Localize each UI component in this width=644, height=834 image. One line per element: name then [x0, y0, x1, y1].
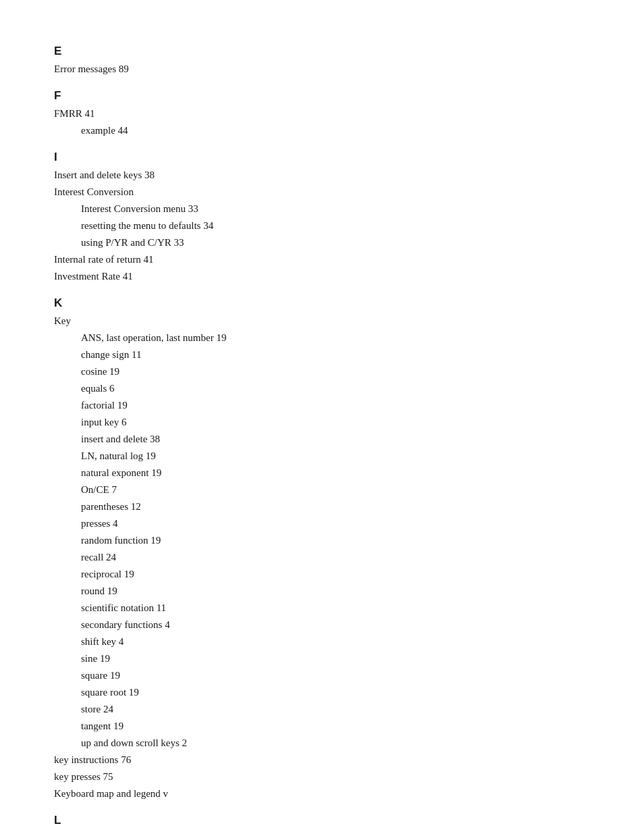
index-entry: up and down scroll keys 2	[54, 735, 473, 751]
index-entry: Key	[54, 313, 473, 329]
index-entry: resetting the menu to defaults 34	[54, 217, 473, 234]
section-letter-i: I	[54, 151, 473, 164]
section-letter-k: K	[54, 296, 473, 310]
index-entry: tangent 19	[54, 718, 473, 734]
index-entry: natural exponent 19	[54, 465, 473, 481]
index-entry: cosine 19	[54, 363, 473, 380]
index-entry: ANS, last operation, last number 19	[54, 330, 473, 346]
index-entry: store 24	[54, 701, 473, 717]
index-entry: using P/YR and C/YR 33	[54, 234, 473, 251]
index-entry: insert and delete 38	[54, 431, 473, 447]
index-entry: round 19	[54, 583, 473, 599]
index-entry: Internal rate of return 41	[54, 251, 473, 267]
index-entry: factorial 19	[54, 397, 473, 413]
index-entry: parentheses 12	[54, 498, 473, 515]
index-entry: LN, natural log 19	[54, 448, 473, 464]
index-entry: equals 6	[54, 380, 473, 396]
index-entry: FMRR 41	[54, 105, 473, 122]
section-letter-f: F	[54, 89, 473, 103]
section-letter-e: E	[54, 45, 473, 58]
index-entry: key presses 75	[54, 768, 473, 785]
page-content: EError messages 89FFMRR 41example 44IIns…	[0, 0, 527, 834]
index-entry: On/CE 7	[54, 481, 473, 498]
index-entry: secondary functions 4	[54, 617, 473, 633]
index-entry: change sign 11	[54, 346, 473, 363]
index-entry: Keyboard map and legend v	[54, 785, 473, 802]
index-entry: Interest Conversion menu 33	[54, 201, 473, 217]
index-entry: Insert and delete keys 38	[54, 167, 473, 183]
index-entry: scientific notation 11	[54, 600, 473, 616]
index-entry: reciprocal 19	[54, 566, 473, 582]
index-entry: square 19	[54, 667, 473, 683]
section-letter-l: L	[54, 814, 473, 827]
index-entry: input key 6	[54, 414, 473, 430]
index-entry: example 44	[54, 122, 473, 138]
index-entry: square root 19	[54, 684, 473, 700]
index-entry: sine 19	[54, 650, 473, 667]
index-entry: Language	[54, 830, 473, 834]
index-entry: random function 19	[54, 532, 473, 548]
index-entry: Interest Conversion	[54, 184, 473, 200]
index-entry: Error messages 89	[54, 61, 473, 77]
index-entry: presses 4	[54, 515, 473, 531]
index-entry: key instructions 76	[54, 752, 473, 768]
index-entry: Investment Rate 41	[54, 268, 473, 284]
index-entry: shift key 4	[54, 633, 473, 650]
index-entry: recall 24	[54, 549, 473, 565]
